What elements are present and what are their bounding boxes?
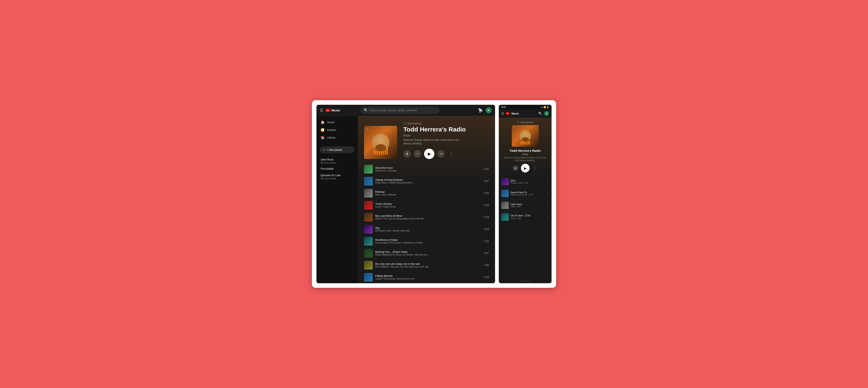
mobile-bar — [526, 142, 527, 145]
artist-emoji: 🎵 — [403, 122, 406, 125]
track-thumbnail — [364, 225, 373, 234]
track-info: My Love Mine All Mine Mitski • The Land … — [375, 214, 482, 220]
playlist-header: ⏸ — [358, 116, 495, 163]
sidebar-library-label: Library — [327, 136, 336, 139]
mobile-track-row[interactable]: 2024 Playboi Carti • 3:30 ⋮ — [500, 177, 550, 186]
play-indicator-icon: ⏸ — [366, 127, 369, 131]
sidebar-item-explore[interactable]: 🧭 Explore — [316, 126, 358, 134]
mobile-track-thumbnail — [501, 213, 509, 221]
mobile-more-button[interactable]: ⋮ — [532, 165, 538, 171]
mobile-menu-icon[interactable]: ☰ — [501, 112, 504, 115]
playlist-name: First playlist — [320, 167, 354, 170]
menu-icon[interactable]: ☰ — [320, 108, 323, 113]
cast-icon[interactable]: 📡 — [478, 108, 483, 113]
track-row[interactable]: the only one who steps out in the rain R… — [362, 259, 491, 271]
sidebar-item-home[interactable]: 🏠 Home — [316, 118, 358, 126]
mobile-track-row[interactable]: Fake Faces Felip • 3:00 ⋮ — [500, 200, 550, 210]
artist-text: Todd Herrera — [407, 122, 422, 125]
mobile-artist-emoji: 🎵 — [517, 121, 520, 124]
track-info: Falling Behind Laufey • Everything I Kno… — [375, 274, 482, 280]
track-row[interactable]: Falling Behind Laufey • Everything I Kno… — [362, 271, 491, 283]
wifi-icon: 📶 — [544, 106, 546, 108]
desktop-app: ☰ Music 🔍 📡 K 🏠 — [316, 105, 495, 283]
track-name: Asleep Among Endives — [375, 178, 482, 181]
mobile-top-bar: ☰ Music 🔍 K — [499, 109, 552, 118]
explore-icon: 🧭 — [320, 128, 325, 132]
mobile-track-row[interactable]: Ganon Paren To Bugoy Na Koykoy • 2:54 ⋮ — [500, 188, 550, 198]
track-artist: Mark Jubel • Efteraar — [375, 193, 482, 196]
bar — [381, 151, 382, 155]
play-button[interactable]: ▶ — [424, 149, 434, 159]
search-icon: 🔍 — [364, 108, 368, 112]
sidebar-playlist-episodes[interactable]: Episodes for Later ♪ Auto playlist — [320, 172, 354, 181]
track-name: Yume Utsutsu — [375, 202, 482, 205]
mobile-add-button[interactable]: ⊞ — [513, 165, 519, 171]
track-name: My Love Mine All Mine — [375, 214, 482, 217]
playlist-artist-name: 🎵 Todd Herrera — [403, 122, 489, 125]
mobile-playlist-header: 🎵 Todd Herrera ⏸ Todd Herrera's — [499, 118, 552, 177]
mobile-track-artist: Bugoy Na Koykoy • 2:54 — [510, 193, 545, 196]
track-thumbnail — [364, 177, 373, 185]
track-row[interactable]: Asleep Among Endives Ichiko Aoba • Aslee… — [362, 175, 491, 187]
track-row[interactable]: Efteraar Mark Jubel • Efteraar 2:25 — [362, 187, 491, 199]
track-info: Asleep Among Endives Ichiko Aoba • Aslee… — [375, 178, 482, 184]
track-row[interactable]: Resiliency of Hope Pianostalgic & Phil L… — [362, 235, 491, 247]
mobile-track-name: Fake Faces — [510, 203, 545, 205]
mobile-track-row[interactable]: City Of stars - 王OK 王OK • 3:02 ⋮ — [500, 212, 550, 222]
track-row[interactable]: Missing You... (Piano Solo) Rikard Mathi… — [362, 247, 491, 259]
mobile-track-more-button[interactable]: ⋮ — [546, 215, 549, 219]
mobile-artist-name: 🎵 Todd Herrera — [502, 121, 548, 124]
more-options-button[interactable]: ⋮ — [448, 150, 455, 157]
sidebar-item-library[interactable]: 📚 Library — [316, 134, 358, 141]
sidebar-playlist-liked-music[interactable]: Liked Music ♪ Auto playlist — [320, 156, 354, 166]
mobile-track-more-button[interactable]: ⋮ — [546, 192, 549, 195]
mobile-art-circle — [520, 130, 531, 142]
mobile-playlist-artwork: ⏸ — [512, 125, 539, 147]
auto-badge: ♪ — [320, 177, 323, 180]
track-row[interactable]: rises the moon liana flores • recently 2… — [362, 163, 491, 175]
search-bar[interactable]: 🔍 — [361, 107, 439, 114]
track-duration: 2:54 — [484, 276, 489, 279]
track-list: rises the moon liana flores • recently 2… — [358, 163, 495, 283]
playlist-section: Liked Music ♪ Auto playlist First playli… — [316, 156, 358, 181]
add-to-library-button[interactable]: ＋ — [414, 150, 421, 157]
download-button[interactable]: ⬇ — [403, 150, 411, 157]
sidebar-explore-label: Explore — [327, 128, 336, 131]
search-input[interactable] — [370, 109, 436, 112]
track-name: Resiliency of Hope — [375, 238, 482, 241]
track-duration: 3:14 — [484, 228, 489, 231]
playlist-sub-text: Auto playlist — [324, 177, 336, 180]
track-row[interactable]: Yume Utsutsu Lamp • Lamp Genso 5:16 — [362, 199, 491, 211]
mobile-track-more-button[interactable]: ⋮ — [546, 180, 549, 183]
playlist-title: Todd Herrera's Radio — [403, 126, 489, 133]
new-playlist-button[interactable]: ＋ + New playlist — [320, 146, 354, 153]
mobile-bar — [521, 142, 521, 145]
avatar[interactable]: K — [486, 107, 492, 114]
track-thumbnail — [364, 189, 373, 198]
track-duration: 2:30 — [484, 264, 489, 267]
sidebar-playlist-first[interactable]: First playlist — [320, 166, 354, 172]
track-duration: 5:07 — [484, 180, 489, 183]
track-row[interactable]: Sky ⊞ Playboi Carti • Whole Lotta Red 3:… — [362, 223, 491, 235]
logo-area: Music — [326, 109, 340, 112]
playlist-type: Radio — [403, 134, 489, 137]
signal-icon: ▲ — [541, 106, 543, 108]
mobile-avatar[interactable]: K — [544, 111, 549, 116]
mobile-track-name: Ganon Paren To — [510, 191, 545, 193]
track-info: Missing You... (Piano Solo) Rikard Mathi… — [375, 250, 482, 256]
track-row[interactable]: My Love Mine All Mine Mitski • The Land … — [362, 211, 491, 223]
playlist-actions: ⬇ ＋ ▶ ↗ ⋮ — [403, 149, 489, 159]
mobile-track-thumbnail — [501, 190, 509, 197]
mobile-play-button[interactable]: ▶ — [521, 164, 530, 173]
mobile-search-icon[interactable]: 🔍 — [538, 112, 542, 115]
playlist-sub-text: Auto playlist — [324, 161, 336, 164]
mobile-playlist-title: Todd Herrera's Radio — [502, 149, 548, 152]
auto-badge: ♪ — [320, 161, 323, 164]
track-thumbnail — [364, 273, 373, 281]
playlist-name: Liked Music — [320, 158, 354, 161]
share-button[interactable]: ↗ — [437, 150, 445, 157]
mobile-track-more-button[interactable]: ⋮ — [546, 204, 549, 207]
track-artist: Lamp • Lamp Genso — [375, 205, 482, 208]
mobile-app: 3:11 ▲ 📶 🔋 ☰ Music 🔍 K 🎵 Todd Herrera — [499, 105, 552, 283]
track-thumbnail — [364, 237, 373, 245]
